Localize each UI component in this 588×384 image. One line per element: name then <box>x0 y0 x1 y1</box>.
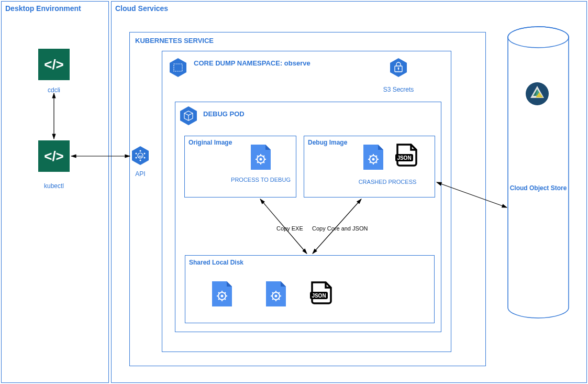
object-store-logo-icon <box>525 82 549 106</box>
svg-marker-9 <box>170 58 186 77</box>
svg-line-25 <box>257 162 258 163</box>
cloud-title: Cloud Services <box>115 4 168 13</box>
process-to-debug-file-icon <box>251 145 271 170</box>
debug-pod-title: DEBUG POD <box>203 110 245 118</box>
crashed-process-file-icon <box>363 145 383 170</box>
svg-line-57 <box>272 299 273 300</box>
desktop-title: Desktop Environment <box>5 4 81 13</box>
crashed-process-json-icon: JSON <box>394 142 419 168</box>
pod-icon <box>180 106 197 126</box>
svg-point-17 <box>260 158 262 161</box>
svg-line-55 <box>279 299 280 300</box>
svg-line-44 <box>218 292 219 293</box>
secrets-label: S3 Secrets <box>367 86 430 93</box>
svg-line-33 <box>376 162 377 163</box>
svg-line-23 <box>263 162 264 163</box>
kubectl-label: kubectl <box>23 182 85 190</box>
shared-file-icon-2 <box>266 281 286 306</box>
svg-line-24 <box>263 156 264 157</box>
process-to-debug-label: PROCESS TO DEBUG <box>229 176 292 183</box>
svg-text:JSON: JSON <box>312 293 326 299</box>
copy-exe-label: Copy EXE <box>276 225 303 232</box>
svg-line-46 <box>225 292 226 293</box>
crashed-process-label: CRASHED PROCESS <box>346 179 429 185</box>
object-store-label: Cloud Object Store <box>506 184 571 192</box>
svg-point-39 <box>221 295 224 298</box>
secrets-icon <box>390 58 407 78</box>
original-image-title: Original Image <box>188 139 232 146</box>
svg-line-34 <box>376 156 377 157</box>
kubectl-icon: </> <box>38 140 70 172</box>
cdcli-icon: </> <box>38 49 70 80</box>
object-store-cylinder <box>507 26 570 319</box>
svg-point-49 <box>275 295 278 298</box>
shared-file-icon-1 <box>212 281 232 306</box>
kubernetes-title: KUBERNETES SERVICE <box>135 37 214 45</box>
svg-line-35 <box>370 162 371 163</box>
debug-image-title: Debug Image <box>308 139 347 146</box>
svg-line-47 <box>218 299 219 300</box>
svg-text:JSON: JSON <box>397 155 411 161</box>
namespace-icon <box>169 58 187 78</box>
shared-json-icon: JSON <box>309 280 334 305</box>
svg-line-54 <box>272 292 273 293</box>
svg-point-27 <box>372 158 375 161</box>
svg-line-22 <box>257 156 258 157</box>
svg-line-32 <box>370 156 371 157</box>
copy-core-label: Copy Core and JSON <box>312 225 368 232</box>
namespace-title: CORE DUMP NAMESPACE: observe <box>194 59 310 67</box>
svg-line-56 <box>279 292 280 293</box>
svg-line-45 <box>225 299 226 300</box>
cdcli-label: cdcli <box>23 86 85 94</box>
shared-disk-title: Shared Local Disk <box>189 259 243 266</box>
